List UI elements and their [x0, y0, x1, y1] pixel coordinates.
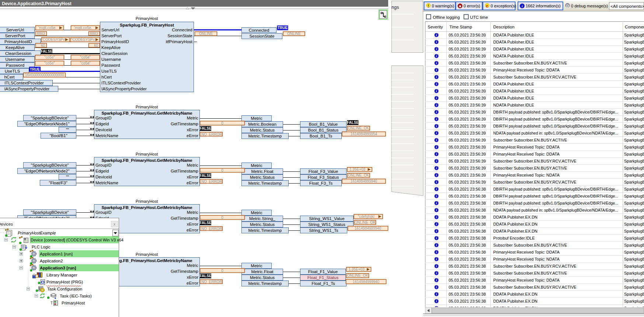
- svg-text:05.03.2021 23:56:39: 05.03.2021 23:56:39: [449, 124, 486, 128]
- svg-text:TRUE: TRUE: [278, 26, 288, 30]
- svg-text:Sparkplug.FB_PrimaryHost.GetMe: Sparkplug.FB_PrimaryHost.GetMetricbyName: [101, 205, 192, 210]
- svg-text:05.03.2021 23:56:39: 05.03.2021 23:56:39: [449, 166, 486, 170]
- svg-text:SparkplugB: SparkplugB: [624, 271, 644, 275]
- svg-text:05.03.2021 23:56:39: 05.03.2021 23:56:39: [449, 75, 486, 79]
- svg-text:05.03.2021 23:56:39: 05.03.2021 23:56:39: [449, 47, 486, 51]
- svg-text:PrimaryHost: PrimaryHost: [136, 199, 158, 203]
- svg-text:ONLINE_OK: ONLINE_OK: [347, 274, 368, 278]
- svg-text:PrimaryHostExample: PrimaryHostExample: [18, 231, 56, 235]
- svg-text:0: 0: [221, 168, 223, 173]
- svg-text:SparkplugB: SparkplugB: [624, 75, 644, 79]
- svg-text:05.03.2021 23:56:38: 05.03.2021 23:56:38: [449, 243, 486, 247]
- svg-text:<All components>: <All components>: [610, 4, 644, 8]
- svg-text:05.03.2021 23:56:38: 05.03.2021 23:56:38: [449, 215, 486, 219]
- svg-text:FALSE: FALSE: [199, 174, 212, 178]
- svg-text:TRUE: TRUE: [30, 67, 40, 72]
- svg-text:"": "": [66, 128, 69, 132]
- svg-text:Password: Password: [101, 63, 120, 67]
- svg-text:Application3 [run]: Application3 [run]: [40, 266, 76, 270]
- svg-text:0 error(s): 0 error(s): [464, 4, 480, 8]
- svg-text:Username: Username: [5, 57, 25, 62]
- svg-text:DDATA Publisher.EX.DN: DDATA Publisher.EX.DN: [493, 222, 537, 226]
- svg-text:PrimaryHost Received Topic: DD: PrimaryHost Received Topic: DDATA: [493, 152, 560, 156]
- svg-text:0 warning(s): 0 warning(s): [432, 4, 455, 8]
- svg-text:'mqtt.co5e.: 'mqtt.co5e.: [38, 26, 56, 30]
- svg-text:GetTimestamp: GetTimestamp: [171, 216, 198, 220]
- svg-text:String_WS1_Status: String_WS1_Status: [308, 222, 345, 227]
- svg-text:"co5e": "co5e": [44, 61, 55, 65]
- svg-text:SparkplugB: SparkplugB: [624, 299, 644, 303]
- svg-text:05.03.2021 23:56:39: 05.03.2021 23:56:39: [449, 110, 486, 114]
- svg-text:!: !: [428, 4, 429, 8]
- svg-text:05.03.2021 23:56:38: 05.03.2021 23:56:38: [449, 222, 486, 226]
- svg-text:PrimaryHost Received Topic: ND: PrimaryHost Received Topic: NDATA: [493, 173, 560, 177]
- svg-text:Password: Password: [6, 63, 25, 67]
- svg-text:SparkplugB: SparkplugB: [624, 82, 644, 86]
- svg-text:Metric.Status: Metric.Status: [250, 275, 275, 280]
- svg-text:05.03.2021 23:56:38: 05.03.2021 23:56:38: [449, 201, 486, 205]
- svg-text:1614984999940: 1614984999940: [351, 179, 377, 183]
- svg-text:DDATA Publisher.IDLE: DDATA Publisher.IDLE: [493, 82, 534, 86]
- svg-text:SparkplugB: SparkplugB: [624, 54, 644, 58]
- svg-text:ServerPort: ServerPort: [5, 34, 26, 38]
- svg-text:NO_ERROR: NO_ERROR: [201, 280, 222, 284]
- svg-text:SparkplugB: SparkplugB: [624, 152, 644, 156]
- svg-text:ServerUrl: ServerUrl: [6, 28, 24, 32]
- svg-text:Bool_B1_Status: Bool_B1_Status: [308, 128, 339, 132]
- svg-text:Subscriber Subscriber.EN.BUSY.: Subscriber Subscriber.EN.BUSY.RCV.ACTIVE: [493, 180, 577, 184]
- svg-text:Devices: Devices: [0, 222, 13, 226]
- svg-text:Float_F1_Value: Float_F1_Value: [308, 269, 338, 274]
- svg-text:x: x: [114, 222, 115, 226]
- svg-text:SparkplugB: SparkplugB: [624, 159, 644, 163]
- svg-text:05.03.2021 23:56:39: 05.03.2021 23:56:39: [449, 40, 486, 44]
- svg-text:0 debug message(s): 0 debug message(s): [571, 4, 608, 8]
- svg-text:PrimaryHost: PrimaryHost: [136, 252, 158, 257]
- svg-text:CleanSession: CleanSession: [5, 51, 31, 56]
- svg-text:Description: Description: [493, 25, 515, 29]
- svg-text:GroupID: GroupID: [95, 116, 111, 120]
- svg-text:MetricName: MetricName: [95, 181, 118, 185]
- svg-text:Sparkplug.FB_PrimaryHost.GetMe: Sparkplug.FB_PrimaryHost.GetMetricbyName: [101, 111, 192, 115]
- svg-text:Subscriber Subscriber.EN.BUSY.: Subscriber Subscriber.EN.BUSY.ACTIVE: [493, 271, 567, 275]
- svg-text:Metric: Metric: [187, 263, 199, 268]
- svg-text:05.03.2021 23:56:39: 05.03.2021 23:56:39: [449, 103, 486, 107]
- svg-text:xError: xError: [187, 175, 198, 179]
- svg-text:ServerPort: ServerPort: [101, 34, 122, 38]
- svg-text:NDATA Publisher.IDLE: NDATA Publisher.IDLE: [493, 54, 534, 58]
- svg-text:E: E: [486, 4, 488, 8]
- svg-text:1614984999940: 1614984999940: [353, 280, 380, 284]
- svg-text:PrimaryHost: PrimaryHost: [136, 16, 158, 21]
- svg-text:05.03.2021 23:56:39: 05.03.2021 23:56:39: [449, 180, 486, 184]
- svg-text:0: 0: [221, 216, 223, 220]
- svg-text:1614984999954: 1614984999954: [351, 132, 377, 136]
- svg-text:DBIRTH payload published: spBv: DBIRTH payload published: spBv1.0/Sparkp…: [493, 201, 618, 205]
- svg-text:NO_ERROR: NO_ERROR: [201, 227, 222, 231]
- svg-text:Metric: Metric: [251, 264, 262, 268]
- svg-text:Component: Component: [625, 25, 644, 29]
- svg-text:"SparkplugBDevice": "SparkplugBDevice": [31, 116, 69, 120]
- svg-text:Application2: Application2: [40, 259, 63, 263]
- svg-text:PrimaryHostID: PrimaryHostID: [4, 39, 32, 44]
- svg-text:Metric.Float: Metric.Float: [251, 169, 274, 174]
- svg-text:SparkplugB: SparkplugB: [624, 243, 644, 247]
- svg-text:SparkplugB: SparkplugB: [624, 257, 644, 261]
- svg-text:Subscriber Subscriber.EN.BUSY.: Subscriber Subscriber.EN.BUSY.ACTIVE: [493, 243, 567, 247]
- svg-text:xError: xError: [187, 275, 198, 279]
- svg-text:PrimaryHost Received Topic: DD: PrimaryHost Received Topic: DDATA: [493, 250, 560, 254]
- svg-text:Device [connected] (CODESYS Co: Device [connected] (CODESYS Control Win …: [31, 238, 123, 242]
- svg-text:05.03.2021 23:56:39: 05.03.2021 23:56:39: [449, 96, 486, 100]
- svg-text:Subscriber Subscriber.EN.BUSY.: Subscriber Subscriber.EN.BUSY.RCV.ACTIVE: [493, 75, 577, 79]
- svg-text:DeviceId: DeviceId: [95, 128, 112, 132]
- svg-text:eError: eError: [187, 133, 198, 138]
- svg-text:GetTimestamp: GetTimestamp: [171, 269, 198, 274]
- svg-text:ONLINE_OK: ONLINE_OK: [354, 220, 376, 224]
- svg-text:Connected: Connected: [172, 28, 192, 32]
- svg-text:SparkplugB: SparkplugB: [624, 68, 644, 72]
- svg-text:String_WS1_Value: String_WS1_Value: [309, 216, 344, 221]
- svg-text:"CODESYSPri: "CODESYSPri: [41, 38, 65, 42]
- svg-text:SparkplugB: SparkplugB: [624, 194, 644, 198]
- svg-text:KeepAlive: KeepAlive: [6, 45, 25, 50]
- svg-text:SparkplugB: SparkplugB: [624, 40, 644, 44]
- svg-text:05.03.2021 23:56:38: 05.03.2021 23:56:38: [449, 278, 486, 282]
- svg-text:PrimaryHost Received Topic: ND: PrimaryHost Received Topic: NDATA: [493, 257, 560, 261]
